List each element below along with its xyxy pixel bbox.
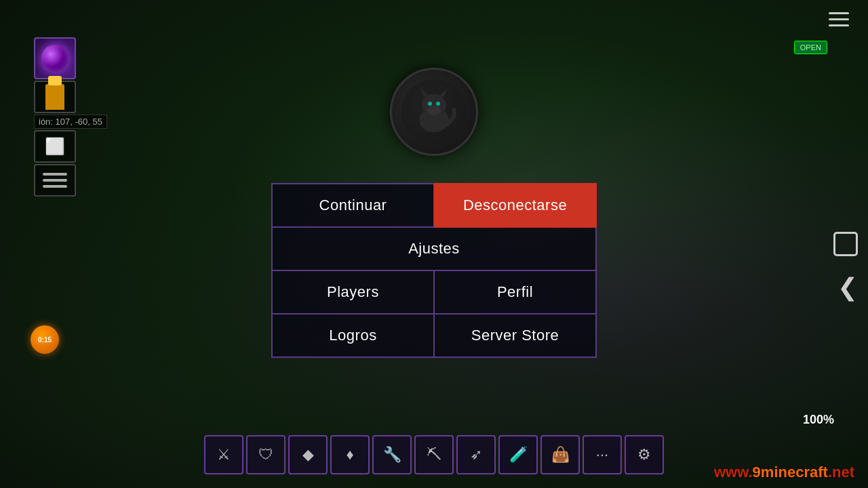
menu-row-4: Logros Server Store xyxy=(271,314,597,358)
center-avatar xyxy=(390,68,478,156)
hotbar-slot-3[interactable]: ◆ xyxy=(288,435,328,474)
hud-topleft: ión: 107, -60, 55 ⬜ xyxy=(34,37,107,197)
orange-timer-label: 0:15 xyxy=(38,336,52,344)
character-figure xyxy=(45,84,64,110)
hamburger-line-3 xyxy=(829,24,849,26)
diamond-icon: ♦ xyxy=(346,446,353,464)
ajustes-button[interactable]: Ajustes xyxy=(271,228,597,271)
perfil-button[interactable]: Perfil xyxy=(434,271,597,314)
watermark: www.9minecraft.net xyxy=(714,464,854,481)
arrow-icon: ➶ xyxy=(470,446,482,464)
potion-icon: 🧪 xyxy=(509,446,528,464)
square-button-icon[interactable] xyxy=(833,232,858,256)
inventory-icon[interactable] xyxy=(34,37,76,79)
dots-icon: ··· xyxy=(596,446,608,464)
svg-point-6 xyxy=(428,102,432,106)
menu-panel: Continuar Desconectarse Ajustes Players … xyxy=(271,183,597,358)
misc-icon: ⚙ xyxy=(637,446,651,464)
top-indicator: OPEN xyxy=(794,41,827,54)
coords-display: ión: 107, -60, 55 xyxy=(34,115,107,129)
menu-row-1: Continuar Desconectarse xyxy=(271,183,597,228)
hamburger-line-2 xyxy=(829,18,849,20)
hotbar-slot-4[interactable]: ♦ xyxy=(330,435,370,474)
purple-orb-icon xyxy=(41,45,68,72)
players-button[interactable]: Players xyxy=(271,271,434,314)
hotbar-slot-7[interactable]: ➶ xyxy=(456,435,496,474)
hotbar: ⚔ 🛡 ◆ ♦ 🔧 ⛏ ➶ 🧪 👜 ··· ⚙ xyxy=(204,435,664,474)
camera-icon: ⬜ xyxy=(45,137,65,156)
hotbar-slot-8[interactable]: 🧪 xyxy=(498,435,538,474)
watermark-highlight: 9minecraft xyxy=(753,464,828,481)
server-store-button[interactable]: Server Store xyxy=(434,314,597,358)
hotbar-slot-5[interactable]: 🔧 xyxy=(372,435,412,474)
menu-row-3: Players Perfil xyxy=(271,271,597,314)
desconectarse-button[interactable]: Desconectarse xyxy=(434,183,597,228)
menu-line-3 xyxy=(43,185,67,188)
menu-row-2: Ajustes xyxy=(271,228,597,271)
gem-icon: ◆ xyxy=(302,446,314,464)
continuar-button[interactable]: Continuar xyxy=(271,183,434,228)
percentage-display: 100% xyxy=(803,413,834,427)
svg-point-7 xyxy=(436,102,440,106)
hotbar-slot-1[interactable]: ⚔ xyxy=(204,435,243,474)
avatar-circle xyxy=(390,68,478,156)
orange-timer-indicator: 0:15 xyxy=(31,325,59,354)
hotbar-slot-2[interactable]: 🛡 xyxy=(246,435,285,474)
hotbar-slot-9[interactable]: 👜 xyxy=(540,435,580,474)
bag-icon: 👜 xyxy=(551,446,570,464)
hamburger-line-1 xyxy=(829,12,849,14)
screenshot-button[interactable]: ⬜ xyxy=(34,130,76,163)
pick-icon: ⛏ xyxy=(427,446,441,464)
hotbar-slot-6[interactable]: ⛏ xyxy=(414,435,454,474)
menu-line-1 xyxy=(43,173,67,176)
right-controls xyxy=(833,232,858,256)
tool-icon: 🔧 xyxy=(383,446,401,464)
shield-icon: 🛡 xyxy=(258,446,273,464)
topright-menu-button[interactable] xyxy=(823,7,854,32)
menu-button[interactable] xyxy=(34,164,76,197)
logros-button[interactable]: Logros xyxy=(271,314,434,358)
hotbar-slot-10[interactable]: ··· xyxy=(583,435,622,474)
hotbar-slot-11[interactable]: ⚙ xyxy=(625,435,664,474)
wolf-icon xyxy=(400,78,468,146)
menu-line-2 xyxy=(43,179,67,182)
back-arrow-button[interactable]: ❮ xyxy=(837,273,858,302)
character-icon[interactable] xyxy=(34,81,76,113)
svg-point-5 xyxy=(427,106,441,115)
sword-icon: ⚔ xyxy=(217,446,231,464)
